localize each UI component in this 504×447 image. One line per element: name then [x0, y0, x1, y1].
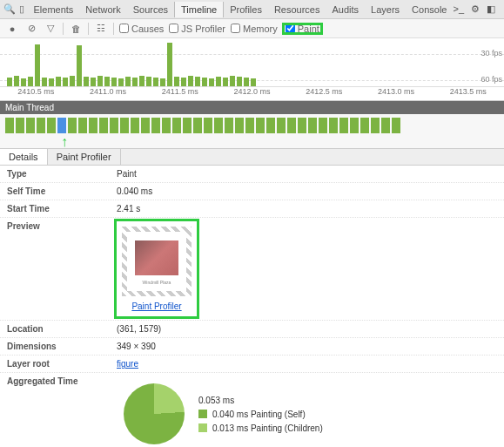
layerroot-key: Layer root — [0, 356, 113, 372]
time-axis: 2410.5 ms2411.0 ms2411.5 ms2412.0 ms2412… — [0, 86, 504, 100]
paint-checkbox[interactable]: Paint — [283, 24, 322, 34]
layerroot-link[interactable]: figure — [117, 359, 138, 369]
memory-label: Memory — [243, 24, 278, 34]
memory-checkbox[interactable]: Memory — [231, 24, 278, 34]
gc-icon[interactable]: 🗑 — [69, 24, 83, 34]
pie-chart — [124, 383, 185, 444]
device-icon[interactable]: ▯ — [16, 3, 27, 15]
type-value: Paint — [113, 166, 504, 182]
starttime-value: 2.41 s — [113, 200, 504, 217]
causes-checkbox[interactable]: Causes — [119, 24, 164, 34]
tab-details[interactable]: Details — [0, 149, 48, 165]
starttime-key: Start Time — [0, 200, 113, 217]
thumbnail-image — [133, 239, 180, 277]
search-icon[interactable]: 🔍 — [3, 3, 16, 15]
swatch-self — [198, 410, 207, 418]
tab-resources[interactable]: Resources — [268, 2, 326, 17]
agg-total: 0.053 ms — [198, 396, 234, 405]
pie-legend: 0.053 ms 0.040 ms Painting (Self) 0.013 … — [198, 396, 323, 433]
timeline-toolbar: ● ⊘ ▽ 🗑 ☷ Causes JS Profiler Memory Pain… — [0, 19, 504, 38]
drawer-icon[interactable]: >_ — [453, 3, 464, 15]
fps30-label: 30 fps — [480, 49, 502, 58]
clear-icon[interactable]: ⊘ — [24, 23, 38, 34]
type-key: Type — [0, 166, 113, 182]
paint-label: Paint — [298, 24, 319, 34]
preview-box: Windmill Plaza Paint Profiler — [117, 221, 197, 316]
preview-thumbnail: Windmill Plaza — [122, 227, 192, 296]
view-icon[interactable]: ☷ — [94, 23, 108, 34]
location-value: (361, 1579) — [113, 321, 504, 337]
gear-icon[interactable]: ⚙ — [471, 3, 480, 15]
record-icon[interactable]: ● — [5, 24, 19, 34]
agg-children: 0.013 ms Painting (Children) — [212, 423, 323, 433]
swatch-children — [198, 423, 207, 432]
preview-key: Preview — [0, 218, 113, 320]
tab-network[interactable]: Network — [79, 2, 126, 17]
tab-audits[interactable]: Audits — [326, 2, 365, 17]
dimensions-key: Dimensions — [0, 338, 113, 355]
tab-sources[interactable]: Sources — [127, 2, 174, 17]
location-key: Location — [0, 321, 113, 337]
causes-label: Causes — [131, 24, 164, 34]
fps-bars — [7, 43, 480, 86]
tab-console[interactable]: Console — [406, 2, 453, 17]
fps60-label: 60 fps — [480, 75, 502, 84]
filter-icon[interactable]: ▽ — [44, 23, 57, 34]
main-thread-track[interactable]: ↑ — [0, 114, 504, 149]
detail-tabs: Details Paint Profiler — [0, 149, 504, 166]
tab-elements[interactable]: Elements — [27, 2, 79, 17]
selftime-key: Self Time — [0, 183, 113, 200]
jsprofiler-label: JS Profiler — [181, 24, 225, 34]
tab-profiles[interactable]: Profiles — [224, 2, 268, 17]
dimensions-value: 349 × 390 — [113, 338, 504, 355]
agg-self: 0.040 ms Painting (Self) — [212, 410, 306, 419]
jsprofiler-checkbox[interactable]: JS Profiler — [169, 24, 225, 34]
selftime-value: 0.040 ms — [113, 183, 504, 200]
main-thread-header: Main Thread — [0, 101, 504, 114]
arrow-up-icon: ↑ — [61, 134, 68, 150]
tab-paint-profiler[interactable]: Paint Profiler — [48, 149, 121, 165]
tab-timeline[interactable]: Timeline — [174, 2, 224, 17]
aggtime-key: Aggregated Time — [0, 373, 113, 447]
tab-layers[interactable]: Layers — [365, 2, 406, 17]
devtools-tabs: 🔍 ▯ Elements Network Sources Timeline Pr… — [0, 0, 504, 19]
thumbnail-caption: Windmill Plaza — [143, 280, 171, 285]
fps-chart[interactable]: 30 fps 60 fps 2410.5 ms2411.0 ms2411.5 m… — [0, 38, 504, 101]
details-panel: TypePaint Self Time0.040 ms Start Time2.… — [0, 166, 504, 447]
paint-profiler-link[interactable]: Paint Profiler — [131, 301, 181, 311]
dock-icon[interactable]: ◧ — [487, 3, 495, 15]
